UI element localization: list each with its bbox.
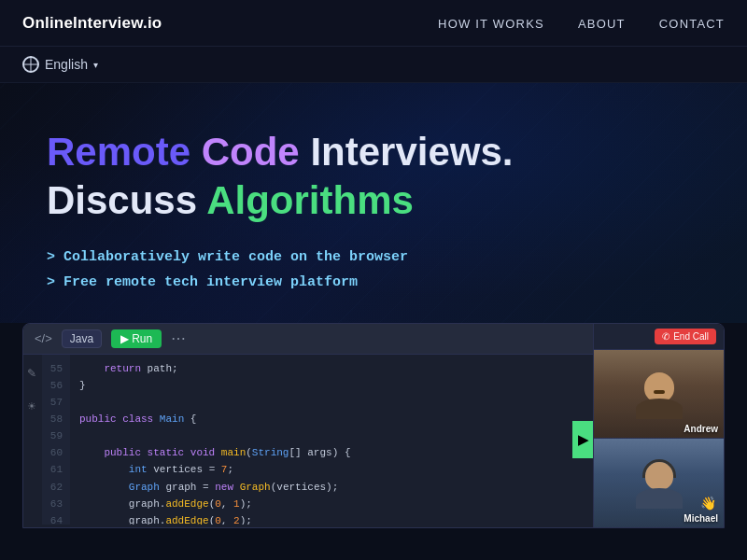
face-michael — [638, 457, 680, 509]
hero-word-interviews: Interviews. — [310, 130, 513, 174]
hero-section: Remote Code Interviews. Discuss Algorith… — [0, 83, 747, 323]
hero-word-remote: Remote — [47, 130, 190, 174]
hero-title-line1: Remote Code Interviews. — [47, 130, 700, 175]
nav-logo[interactable]: OnlineInterview.io — [22, 14, 162, 33]
code-area[interactable]: ✎ ☀ 555657585960616263646566676869707172… — [23, 355, 593, 525]
brackets-icon: </> — [35, 331, 52, 345]
nav-item-how-it-works[interactable]: HOW IT WORKS — [438, 15, 544, 32]
video-feed-andrew: Andrew — [594, 350, 724, 440]
video-feed-michael: 👋 Michael — [594, 439, 724, 527]
code-pane: </> Java ▶ Run ⋯ ✎ ☀ 5556575859606162636… — [23, 324, 593, 527]
mustache-andrew — [654, 390, 665, 394]
play-icon: ▶ — [120, 332, 129, 345]
line-numbers: 55565758596061626364656667686970717273 — [42, 355, 70, 525]
navbar: OnlineInterview.io HOW IT WORKS ABOUT CO… — [0, 0, 747, 47]
editor-toolbar: </> Java ▶ Run ⋯ — [23, 324, 593, 355]
hero-bullet-1: > Collaboratively write code on the brow… — [47, 245, 700, 270]
expand-button[interactable]: ▶ — [572, 421, 593, 458]
head-michael — [645, 462, 673, 490]
editor-window: </> Java ▶ Run ⋯ ✎ ☀ 5556575859606162636… — [22, 323, 725, 528]
hero-word-algorithms: Algorithms — [206, 178, 414, 222]
face-andrew — [638, 368, 680, 419]
nav-link-about[interactable]: ABOUT — [578, 17, 626, 31]
code-content[interactable]: return path; } public class Main { publi… — [70, 355, 593, 525]
phone-icon: ✆ — [662, 331, 669, 342]
nav-item-about[interactable]: ABOUT — [578, 15, 626, 32]
end-call-label: End Call — [673, 331, 709, 342]
language-bar: English ▾ — [0, 47, 747, 83]
brightness-icon[interactable]: ☀ — [27, 399, 36, 412]
more-options-icon[interactable]: ⋯ — [171, 329, 186, 347]
body-andrew — [636, 399, 683, 419]
edit-icon[interactable]: ✎ — [27, 367, 36, 380]
wave-icon: 👋 — [700, 496, 716, 511]
hero-title-line2: Discuss Algorithms — [47, 178, 700, 223]
hero-word-discuss: Discuss — [47, 178, 197, 222]
run-button[interactable]: ▶ Run — [111, 329, 162, 348]
body-michael — [636, 488, 683, 509]
person-name-andrew: Andrew — [684, 424, 718, 434]
nav-links: HOW IT WORKS ABOUT CONTACT — [438, 15, 725, 32]
language-selector-badge[interactable]: Java — [62, 329, 102, 348]
nav-item-contact[interactable]: CONTACT — [659, 15, 725, 32]
nav-link-how-it-works[interactable]: HOW IT WORKS — [438, 17, 544, 31]
hero-bullets: > Collaboratively write code on the brow… — [47, 245, 700, 295]
end-call-button[interactable]: ✆ End Call — [655, 329, 716, 344]
globe-icon — [22, 56, 39, 73]
hero-word-code: Code — [202, 130, 300, 174]
person-name-michael: Michael — [684, 513, 718, 524]
run-label: Run — [132, 332, 152, 345]
video-pane: ✆ End Call Andrew — [593, 324, 724, 527]
language-label: English — [45, 57, 88, 72]
chevron-down-icon: ▾ — [93, 60, 98, 70]
video-feeds: Andrew 👋 Michael — [594, 350, 724, 527]
video-toolbar: ✆ End Call — [594, 324, 724, 350]
editor-section: </> Java ▶ Run ⋯ ✎ ☀ 5556575859606162636… — [0, 323, 747, 528]
nav-link-contact[interactable]: CONTACT — [659, 17, 725, 31]
hero-bullet-2: > Free remote tech interview platform — [47, 270, 700, 295]
language-selector[interactable]: English ▾ — [22, 56, 98, 73]
